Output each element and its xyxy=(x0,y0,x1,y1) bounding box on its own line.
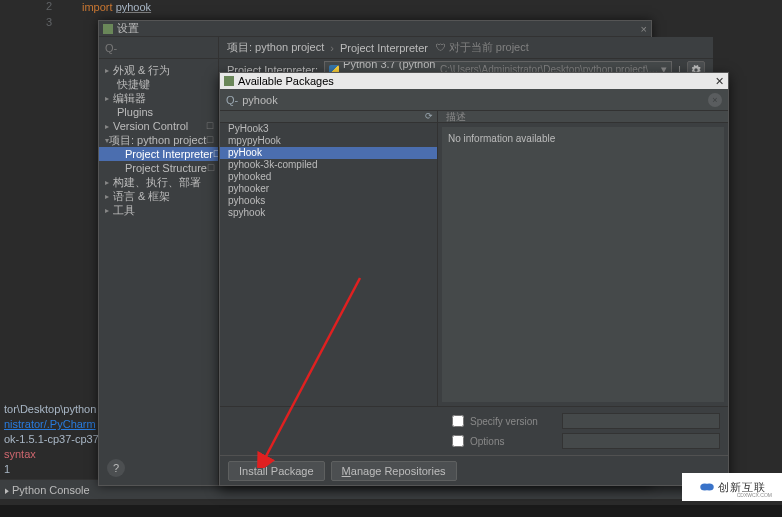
keyword-import: import xyxy=(82,1,113,13)
breadcrumb: 项目: python project › Project Interpreter… xyxy=(219,37,713,59)
tree-tools[interactable]: ▸工具 xyxy=(99,203,218,217)
options-checkbox[interactable] xyxy=(452,435,464,447)
tree-build[interactable]: ▸构建、执行、部署 xyxy=(99,175,218,189)
chevron-right-icon: › xyxy=(330,42,334,54)
search-icon: Q- xyxy=(226,94,238,106)
watermark: 创新互联 CDXWCX.COM xyxy=(682,473,782,501)
settings-search[interactable]: Q- xyxy=(99,37,218,59)
tree-appearance[interactable]: ▸外观 & 行为 xyxy=(99,63,218,77)
settings-title: 设置 xyxy=(117,21,139,36)
help-button[interactable]: ? xyxy=(107,459,125,477)
package-row[interactable]: pyhooks xyxy=(220,195,437,207)
description-body: No information available xyxy=(442,127,724,402)
tree-lang[interactable]: ▸语言 & 框架 xyxy=(99,189,218,203)
specify-version-input[interactable] xyxy=(562,413,720,429)
package-row[interactable]: pyHook xyxy=(220,147,437,159)
crumb-project[interactable]: 项目: python project xyxy=(227,40,324,55)
search-placeholder: Q- xyxy=(105,42,117,54)
tree-editor[interactable]: ▸编辑器 xyxy=(99,91,218,105)
clear-search-icon[interactable]: × xyxy=(708,93,722,107)
tree-project-structure[interactable]: Project Structure☐ xyxy=(99,161,218,175)
crumb-page: Project Interpreter xyxy=(340,42,428,54)
settings-tree[interactable]: ▸外观 & 行为 快捷键 ▸编辑器 Plugins ▸Version Contr… xyxy=(99,59,218,451)
close-icon[interactable]: × xyxy=(641,23,647,35)
package-row[interactable]: pyhook-3k-compiled xyxy=(220,159,437,171)
line-number: 2 xyxy=(30,0,60,16)
package-row[interactable]: PyHook3 xyxy=(220,123,437,135)
options-label: Options xyxy=(470,436,556,447)
install-options: Specify version Options xyxy=(220,407,728,455)
tree-project-interpreter[interactable]: Project Interpreter☐ xyxy=(99,147,218,161)
editor-gutter: 2 3 xyxy=(30,0,60,32)
packages-list-header: ⟳ xyxy=(220,111,437,123)
tree-vcs[interactable]: ▸Version Control☐ xyxy=(99,119,218,133)
watermark-sub: CDXWCX.COM xyxy=(737,492,772,498)
chevron-icon: ▸ xyxy=(5,480,9,500)
module-name: pyhook xyxy=(116,1,151,13)
tab-label: Python Console xyxy=(12,484,90,496)
specify-version-label: Specify version xyxy=(470,416,556,427)
tree-plugins[interactable]: Plugins xyxy=(99,105,218,119)
settings-sidebar: Q- ▸外观 & 行为 快捷键 ▸编辑器 Plugins ▸Version Co… xyxy=(99,37,219,485)
options-row[interactable]: Options xyxy=(452,431,720,451)
package-row[interactable]: pyhooked xyxy=(220,171,437,183)
description-header: 描述 xyxy=(438,111,728,123)
settings-titlebar[interactable]: 设置 × xyxy=(99,21,651,37)
manage-repositories-button[interactable]: Manage Repositories xyxy=(331,461,457,481)
specify-version-row[interactable]: Specify version xyxy=(452,411,720,431)
package-row[interactable]: mpypyHook xyxy=(220,135,437,147)
available-packages-dialog: Available Packages ✕ Q- × ⟳ PyHook3mpypy… xyxy=(219,72,729,486)
install-package-button[interactable]: Install Package xyxy=(228,461,325,481)
code-line[interactable]: import pyhook xyxy=(82,1,151,13)
packages-list-pane: ⟳ PyHook3mpypyHookpyHookpyhook-3k-compil… xyxy=(220,111,438,406)
packages-button-bar: Install Package Manage Repositories xyxy=(220,455,728,485)
options-input[interactable] xyxy=(562,433,720,449)
close-icon[interactable]: ✕ xyxy=(715,75,724,88)
package-row[interactable]: pyhooker xyxy=(220,183,437,195)
reload-icon[interactable]: ⟳ xyxy=(425,111,433,121)
line-number: 3 xyxy=(30,16,60,32)
tree-project[interactable]: ▾项目: python project☐ xyxy=(99,133,218,147)
package-row[interactable]: spyhook xyxy=(220,207,437,219)
packages-search-bar[interactable]: Q- × xyxy=(220,89,728,111)
packages-search-input[interactable] xyxy=(242,94,708,106)
crumb-scope: 🛡 对于当前 project xyxy=(436,40,529,55)
watermark-logo-icon xyxy=(698,478,716,496)
packages-titlebar[interactable]: Available Packages ✕ xyxy=(220,73,728,89)
app-icon xyxy=(224,76,234,86)
tree-keymap[interactable]: 快捷键 xyxy=(99,77,218,91)
packages-list[interactable]: ⟳ PyHook3mpypyHookpyHookpyhook-3k-compil… xyxy=(220,111,437,406)
packages-title: Available Packages xyxy=(238,75,334,87)
package-description-pane: 描述 No information available xyxy=(438,111,728,406)
os-taskbar xyxy=(0,505,782,517)
app-icon xyxy=(103,24,113,34)
specify-version-checkbox[interactable] xyxy=(452,415,464,427)
